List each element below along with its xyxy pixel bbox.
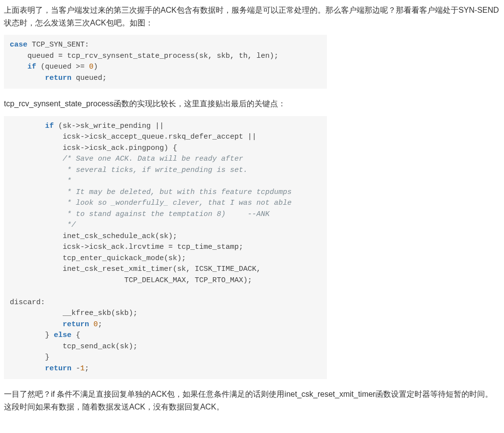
code-text: tcp_send_ack(sk); (10, 342, 137, 351)
code-block-1: case TCP_SYN_SENT: queued = tcp_rcv_syns… (4, 35, 327, 89)
code-text: (sk->sk_write_pending || (54, 122, 164, 130)
code-text (10, 63, 27, 71)
code-text: - (71, 364, 80, 373)
code-text: ; (98, 320, 102, 329)
code-number: 0 (93, 320, 98, 329)
code-comment: * several ticks, if write_pending is set… (10, 166, 248, 174)
code-comment: * look so _wonderfully_ clever, that I w… (10, 199, 292, 207)
code-text: } (10, 331, 54, 339)
code-text: TCP_SYN_SENT: (27, 41, 89, 49)
code-keyword: else (54, 331, 71, 339)
code-comment: * It may be deleted, but with this featu… (10, 188, 292, 196)
code-text (10, 320, 63, 329)
code-keyword: return (45, 364, 71, 373)
code-keyword: case (10, 41, 27, 49)
code-keyword: return (63, 320, 89, 329)
code-text: { (71, 331, 80, 339)
code-number: 1 (80, 364, 85, 373)
paragraph-3: 一目了然吧？if 条件不满足直接回复单独的ACK包，如果任意条件满足的话则使用i… (4, 388, 500, 413)
code-text: tcp_enter_quickack_mode(sk); (10, 254, 186, 263)
code-comment: */ (10, 221, 76, 229)
code-text (10, 122, 45, 130)
code-text: discard: (10, 298, 45, 307)
code-text (10, 364, 45, 373)
code-comment: /* Save one ACK. Data will be ready afte… (10, 155, 243, 163)
code-text: icsk->icsk_ack.lrcvtime = tcp_time_stamp… (10, 243, 243, 251)
code-text: inet_csk_schedule_ack(sk); (10, 232, 177, 241)
code-block-2: if (sk->sk_write_pending || icsk->icsk_a… (4, 116, 327, 380)
paragraph-2: tcp_rcv_synsent_state_process函数的实现比较长，这里… (4, 97, 500, 110)
code-text (10, 74, 45, 82)
code-text: ; (85, 364, 89, 373)
code-text: (queued >= (36, 63, 89, 71)
code-text: ) (93, 63, 98, 71)
code-text: inet_csk_reset_xmit_timer(sk, ICSK_TIME_… (10, 265, 261, 273)
code-text: icsk->icsk_accept_queue.rskq_defer_accep… (10, 133, 256, 141)
code-text: TCP_DELACK_MAX, TCP_RTO_MAX); (10, 276, 252, 285)
code-keyword: if (45, 122, 54, 130)
code-comment: * to stand against the temptation 8) --A… (10, 210, 270, 218)
code-keyword: if (27, 63, 36, 71)
code-keyword: return (45, 74, 71, 82)
code-comment: * (10, 177, 71, 185)
code-number: 0 (89, 63, 93, 71)
code-text: icsk->icsk_ack.pingpong) { (10, 144, 177, 152)
code-text: __kfree_skb(skb); (10, 309, 137, 317)
code-text: queued; (71, 74, 107, 82)
code-text (89, 320, 93, 329)
code-text: } (10, 353, 49, 361)
code-text: queued = tcp_rcv_synsent_state_process(s… (10, 52, 278, 60)
paragraph-1: 上面表明了，当客户端发过来的第三次握手的ACK包含有数据时，服务端是可以正常处理… (4, 4, 500, 29)
